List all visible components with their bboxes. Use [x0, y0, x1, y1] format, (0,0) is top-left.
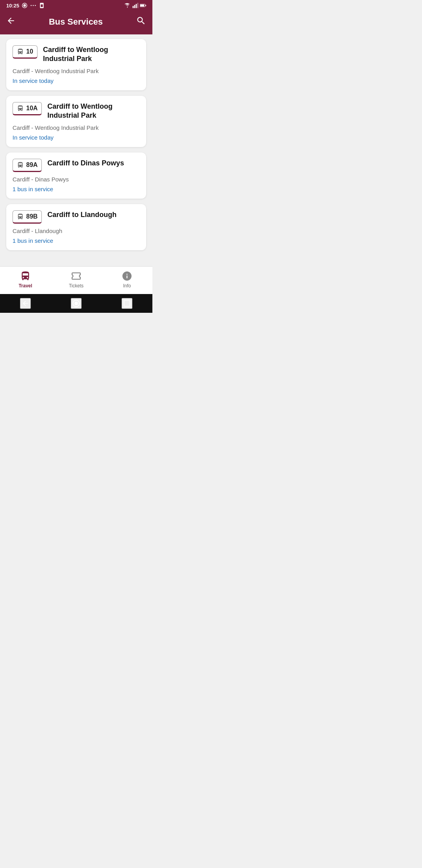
page-title: Bus Services [49, 17, 103, 27]
service-card-89A[interactable]: 89A Cardiff to Dinas Powys Cardiff - Din… [6, 152, 146, 199]
route-badge-10: 10 [13, 45, 38, 59]
back-button[interactable] [6, 16, 16, 28]
battery-icon [140, 2, 146, 9]
route-subtitle-10: Cardiff - Wentloog Industrial Park [13, 68, 140, 74]
route-badge-89B: 89B [13, 210, 42, 224]
route-badge-89A: 89A [13, 159, 42, 172]
info-nav-icon [122, 271, 132, 282]
card-top-row-10A: 10A Cardiff to Wentloog Industrial Park [13, 102, 140, 120]
system-back-button[interactable] [20, 298, 31, 309]
app-header: Bus Services [0, 11, 152, 34]
back-arrow-icon [6, 16, 16, 25]
svg-rect-13 [140, 4, 144, 6]
bottom-nav: Travel Tickets Info [0, 266, 152, 294]
travel-nav-label: Travel [19, 283, 32, 289]
service-list: 10 Cardiff to Wentloog Industrial Park C… [0, 34, 152, 266]
bus-icon-10A [17, 105, 24, 112]
route-number-89A: 89A [26, 161, 38, 169]
service-status-89A: 1 bus in service [13, 186, 140, 192]
route-subtitle-10A: Cardiff - Wentloog Industrial Park [13, 124, 140, 131]
system-home-icon [72, 299, 80, 308]
route-number-10: 10 [26, 48, 33, 55]
route-title-10: Cardiff to Wentloog Industrial Park [43, 45, 140, 64]
sim-icon [39, 2, 45, 9]
bus-icon-10 [17, 48, 24, 55]
svg-rect-14 [145, 5, 146, 6]
wifi-icon [124, 2, 131, 9]
service-status-89B: 1 bus in service [13, 237, 140, 244]
tickets-nav-icon [71, 271, 82, 282]
route-badge-10A: 10A [13, 102, 42, 115]
service-status-10A: In service today [13, 134, 140, 141]
bus-icon-89B [17, 213, 24, 220]
svg-rect-8 [132, 6, 134, 8]
signal-icon [132, 2, 138, 9]
status-right [124, 2, 146, 9]
system-recents-button[interactable] [122, 298, 132, 309]
nav-item-tickets[interactable]: Tickets [51, 271, 102, 289]
svg-rect-6 [41, 4, 43, 7]
route-title-89A: Cardiff to Dinas Powys [47, 159, 124, 168]
service-status-10: In service today [13, 77, 140, 84]
card-top-row-89B: 89B Cardiff to Llandough [13, 210, 140, 224]
route-subtitle-89A: Cardiff - Dinas Powys [13, 176, 140, 183]
location-icon [21, 2, 28, 9]
svg-point-4 [35, 5, 36, 6]
system-home-button[interactable] [71, 298, 82, 309]
svg-point-16 [74, 301, 78, 305]
status-left: 10:25 [6, 2, 45, 9]
svg-rect-17 [124, 301, 130, 307]
service-card-10A[interactable]: 10A Cardiff to Wentloog Industrial Park … [6, 96, 146, 147]
tickets-nav-label: Tickets [69, 283, 84, 289]
svg-point-7 [127, 7, 128, 8]
route-number-10A: 10A [26, 105, 38, 112]
nav-item-travel[interactable]: Travel [0, 271, 51, 289]
search-icon [136, 16, 146, 26]
system-back-icon [21, 299, 29, 307]
svg-rect-10 [136, 4, 137, 8]
svg-point-0 [23, 4, 26, 7]
system-recents-icon [123, 299, 131, 307]
svg-point-2 [31, 5, 32, 6]
dotmenu-icon [30, 2, 36, 9]
card-top-row: 10 Cardiff to Wentloog Industrial Park [13, 45, 140, 64]
travel-nav-icon [20, 271, 31, 282]
status-time: 10:25 [6, 3, 19, 9]
svg-rect-9 [134, 5, 135, 8]
nav-item-info[interactable]: Info [102, 271, 152, 289]
search-button[interactable] [136, 16, 146, 28]
route-title-10A: Cardiff to Wentloog Industrial Park [47, 102, 140, 120]
bus-icon-89A [17, 161, 24, 169]
service-card-10[interactable]: 10 Cardiff to Wentloog Industrial Park C… [6, 39, 146, 90]
system-nav-bar [0, 294, 152, 313]
service-card-89B[interactable]: 89B Cardiff to Llandough Cardiff - Lland… [6, 204, 146, 250]
card-top-row-89A: 89A Cardiff to Dinas Powys [13, 159, 140, 172]
route-number-89B: 89B [26, 213, 38, 220]
route-subtitle-89B: Cardiff - Llandough [13, 228, 140, 234]
route-title-89B: Cardiff to Llandough [47, 210, 116, 219]
status-bar: 10:25 [0, 0, 152, 11]
svg-point-3 [33, 5, 34, 6]
svg-rect-11 [137, 3, 138, 8]
info-nav-label: Info [123, 283, 131, 289]
